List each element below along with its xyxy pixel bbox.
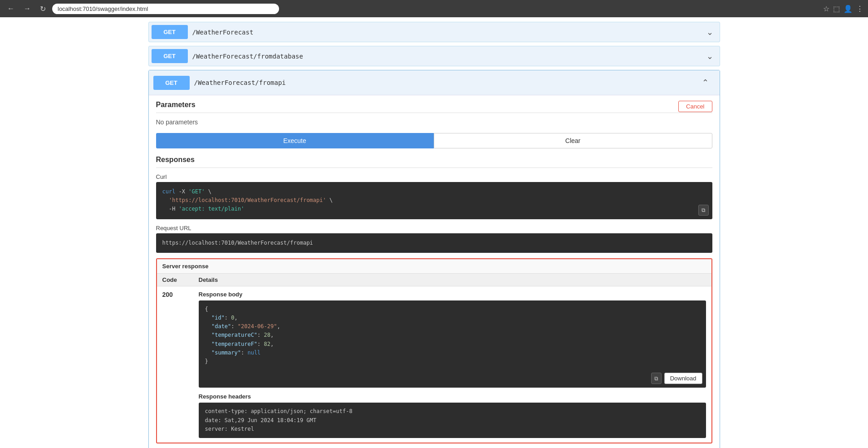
response-headers-code: content-type: application/json; charset=… xyxy=(199,403,706,438)
response-table: Code Details 200 Response body { "id": 0… xyxy=(157,274,711,443)
response-row-200: 200 Response body { "id": 0, "date": "20… xyxy=(157,286,711,443)
endpoint-row-fromdatabase[interactable]: GET /WeatherForecast/fromdatabase ⌄ xyxy=(148,46,720,66)
response-details-200: Response body { "id": 0, "date": "2024-0… xyxy=(199,291,706,438)
response-body-label: Response body xyxy=(199,291,706,298)
chevron-down-icon-1[interactable]: ⌄ xyxy=(700,24,720,41)
details-column-header: Details xyxy=(199,276,706,283)
parameters-section-title: Parameters Cancel xyxy=(156,101,712,113)
response-headers-label: Response headers xyxy=(199,393,706,400)
request-url-code-block: https://localhost:7010/WeatherForecast/f… xyxy=(156,233,712,253)
no-params-text: No parameters xyxy=(156,118,712,126)
panel-body: Parameters Cancel No parameters Execute … xyxy=(149,95,720,448)
browser-actions: ☆ ⬚ 👤 ⋮ xyxy=(823,5,863,13)
curl-copy-button[interactable]: ⧉ xyxy=(698,205,709,216)
endpoint-path-1: /WeatherForecast xyxy=(192,25,700,39)
method-badge-2: GET xyxy=(152,49,188,63)
browser-chrome: ← → ↻ localhost:7010/swagger/index.html … xyxy=(0,0,868,17)
reload-button[interactable]: ↻ xyxy=(37,4,49,14)
download-row: ⧉ Download xyxy=(651,373,702,384)
endpoint-row-weatherforecast[interactable]: GET /WeatherForecast ⌄ xyxy=(148,22,720,42)
code-column-header: Code xyxy=(162,276,199,283)
chevron-up-icon[interactable]: ⌃ xyxy=(696,74,715,91)
menu-icon[interactable]: ⋮ xyxy=(856,5,863,13)
forward-button[interactable]: → xyxy=(21,4,34,14)
panel-path: /WeatherForecast/fromapi xyxy=(194,79,696,86)
execute-clear-row: Execute Clear xyxy=(156,133,712,148)
response-code-200: 200 xyxy=(162,291,199,298)
server-response-section: Server response Code Details 200 Respons… xyxy=(156,258,712,443)
response-body-code: { "id": 0, "date": "2024-06-29", "temper… xyxy=(199,300,706,388)
chevron-down-icon-2[interactable]: ⌄ xyxy=(700,48,720,65)
request-url-label: Request URL xyxy=(156,225,712,231)
responses-title: Responses xyxy=(156,156,712,168)
clear-button[interactable]: Clear xyxy=(434,133,712,148)
cancel-button[interactable]: Cancel xyxy=(678,101,712,112)
panel-header: GET /WeatherForecast/fromapi ⌃ xyxy=(149,70,720,95)
execute-button[interactable]: Execute xyxy=(156,133,434,148)
endpoint-path-2: /WeatherForecast/fromdatabase xyxy=(192,49,700,64)
method-badge-1: GET xyxy=(152,25,188,39)
back-button[interactable]: ← xyxy=(5,4,17,14)
extensions-icon[interactable]: ⬚ xyxy=(833,5,840,13)
url-text: localhost:7010/swagger/index.html xyxy=(58,5,148,12)
star-icon[interactable]: ☆ xyxy=(823,5,829,13)
response-table-header: Code Details xyxy=(157,274,711,286)
curl-label: Curl xyxy=(156,173,712,180)
address-bar[interactable]: localhost:7010/swagger/index.html xyxy=(52,4,279,14)
main-content: GET /WeatherForecast ⌄ GET /WeatherForec… xyxy=(0,17,868,448)
request-url-section: Request URL https://localhost:7010/Weath… xyxy=(156,225,712,253)
swagger-container: GET /WeatherForecast ⌄ GET /WeatherForec… xyxy=(139,22,729,448)
curl-section: Curl curl -X 'GET' \ 'https://localhost:… xyxy=(156,173,712,219)
curl-code-block: curl -X 'GET' \ 'https://localhost:7010/… xyxy=(156,182,712,219)
download-button[interactable]: Download xyxy=(664,373,702,384)
panel-method-badge: GET xyxy=(153,76,190,90)
profile-icon[interactable]: 👤 xyxy=(843,5,853,13)
endpoint-panel-fromapi: GET /WeatherForecast/fromapi ⌃ Parameter… xyxy=(148,70,720,448)
server-response-header: Server response xyxy=(157,259,711,274)
response-body-copy-button[interactable]: ⧉ xyxy=(651,373,662,384)
